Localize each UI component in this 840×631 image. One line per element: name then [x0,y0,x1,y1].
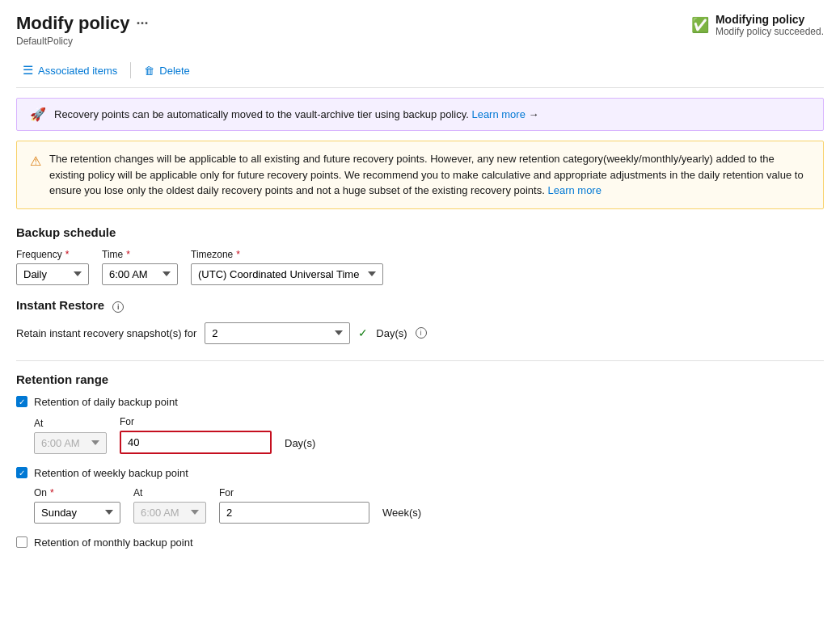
associated-items-label: Associated items [38,65,117,77]
weekly-on-required: * [50,487,54,498]
time-select[interactable]: 6:00 AM 12:00 AM [102,263,178,285]
warning-icon: ⚠ [30,152,41,171]
monthly-retention-item: Retention of monthly backup point [16,536,824,549]
page-header: Modify policy ··· DefaultPolicy ✅ Modify… [16,13,824,47]
associated-items-button[interactable]: ☰ Associated items [16,60,124,81]
page-title-row: Modify policy ··· [16,13,149,34]
archive-learn-more-link[interactable]: Learn more [471,108,525,120]
weekly-retention-checkbox[interactable]: ✓ [16,467,27,478]
weekly-for-field: For [219,487,369,524]
status-title: Modifying policy [715,13,824,26]
weekly-at-select: 6:00 AM [133,502,206,524]
timezone-label: Timezone * [191,249,383,260]
frequency-select[interactable]: Daily Weekly [16,263,89,285]
retain-label: Retain instant recovery snapshot(s) for [16,327,196,339]
weekly-unit: Week(s) [382,507,421,524]
timezone-select[interactable]: (UTC) Coordinated Universal Time [191,263,383,285]
snapshot-info-icon[interactable]: i [416,327,427,339]
daily-retention-checkbox[interactable]: ✓ [16,396,27,407]
weekly-at-field: At 6:00 AM [133,487,206,524]
timezone-field: Timezone * (UTC) Coordinated Universal T… [191,249,383,285]
archive-icon: 🚀 [30,107,46,122]
retention-range-title: Retention range [16,372,824,386]
weekly-on-label: On * [34,487,120,498]
page-subtitle: DefaultPolicy [16,36,149,47]
time-required: * [126,249,130,260]
daily-at-label: At [34,418,107,429]
warning-banner-text: The retention changes will be applicable… [49,151,810,199]
frequency-required: * [65,249,70,260]
weekly-retention-header: ✓ Retention of weekly backup point [16,467,824,479]
page-title-text: Modify policy [16,13,130,34]
daily-retention-item: ✓ Retention of daily backup point At 6:0… [16,396,824,454]
instant-restore-title: Instant Restore i [16,298,824,313]
monthly-retention-checkbox[interactable] [16,536,27,548]
daily-for-label: For [120,416,272,427]
frequency-field: Frequency * Daily Weekly [16,249,89,285]
warning-banner: ⚠ The retention changes will be applicab… [16,141,824,209]
daily-unit: Day(s) [285,437,315,454]
status-description: Modify policy succeeded. [715,26,824,37]
snapshot-check-icon: ✓ [358,326,368,339]
title-section: Modify policy ··· DefaultPolicy [16,13,149,47]
warning-learn-more-link[interactable]: Learn more [547,184,601,196]
frequency-label: Frequency * [16,249,89,260]
weekly-for-input[interactable] [219,502,369,524]
archive-arrow: → [529,108,539,120]
instant-restore-section: Instant Restore i Retain instant recover… [16,298,824,344]
snapshot-unit: Day(s) [376,327,407,339]
weekly-at-label: At [133,487,206,498]
delete-label: Delete [159,65,190,77]
monthly-retention-header: Retention of monthly backup point [16,536,824,549]
schedule-fields-row: Frequency * Daily Weekly Time * 6:00 AM … [16,249,824,285]
daily-at-field: At 6:00 AM [34,418,107,454]
daily-for-field: For [120,416,272,454]
weekly-retention-item: ✓ Retention of weekly backup point On * … [16,467,824,524]
retention-range-section: Retention range ✓ Retention of daily bac… [16,360,824,549]
weekly-retention-label: Retention of weekly backup point [34,467,188,479]
weekly-for-label: For [219,487,369,498]
archive-banner-text: Recovery points can be automatically mov… [54,108,539,120]
weekly-retention-fields: On * Sunday Monday Tuesday Wednesday Thu… [34,487,824,524]
success-icon: ✅ [691,16,709,34]
delete-icon: 🗑 [144,65,154,77]
daily-retention-label: Retention of daily backup point [34,396,178,408]
daily-at-select: 6:00 AM [34,432,107,454]
weekly-on-field: On * Sunday Monday Tuesday Wednesday Thu… [34,487,120,524]
toolbar: ☰ Associated items 🗑 Delete [16,53,824,88]
instant-restore-info-icon[interactable]: i [112,301,124,313]
weekly-on-select[interactable]: Sunday Monday Tuesday Wednesday Thursday… [34,502,120,524]
time-field: Time * 6:00 AM 12:00 AM [102,249,178,285]
instant-restore-row: Retain instant recovery snapshot(s) for … [16,322,824,344]
status-section: ✅ Modifying policy Modify policy succeed… [691,13,824,37]
more-options-icon[interactable]: ··· [137,15,149,32]
associated-items-icon: ☰ [23,63,33,78]
daily-for-input[interactable] [120,431,272,454]
daily-retention-fields: At 6:00 AM For Day(s) [34,416,824,454]
backup-schedule-title: Backup schedule [16,225,824,239]
daily-retention-header: ✓ Retention of daily backup point [16,396,824,408]
backup-schedule-section: Backup schedule Frequency * Daily Weekly… [16,225,824,285]
monthly-retention-label: Retention of monthly backup point [34,536,193,549]
delete-button[interactable]: 🗑 Delete [137,61,196,80]
snapshot-select[interactable]: 2 1 3 4 5 [205,322,350,344]
toolbar-separator [130,62,131,78]
archive-banner: 🚀 Recovery points can be automatically m… [16,98,824,131]
time-label: Time * [102,249,178,260]
timezone-required: * [236,249,240,260]
